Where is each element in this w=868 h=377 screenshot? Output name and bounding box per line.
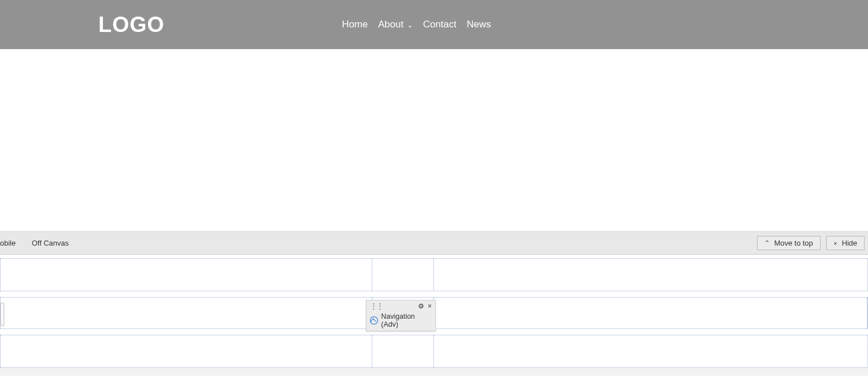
layout-cell[interactable] [1, 335, 372, 367]
element-popover: ⋮⋮ ⚙ × Navigation (Adv) [366, 300, 436, 331]
chevron-up-icon: ⌃ [765, 239, 770, 247]
nav-item-contact[interactable]: Contact [423, 19, 457, 30]
layout-row[interactable] [0, 335, 868, 368]
breakpoint-toolbar: obile Off Canvas ⌃ Move to top × Hide [0, 232, 868, 255]
site-logo[interactable]: LOGO [98, 13, 165, 37]
layout-canvas: ⋮⋮ ⚙ × Navigation (Adv) [0, 255, 868, 368]
layout-row[interactable]: ⋮⋮ ⚙ × Navigation (Adv) [0, 297, 868, 329]
site-header: LOGO Home About ⌄ Contact News [0, 0, 868, 49]
layout-cell[interactable] [1, 298, 372, 328]
nav-item-about[interactable]: About ⌄ [378, 19, 412, 30]
button-label: Move to top [774, 239, 813, 247]
close-icon[interactable]: × [428, 302, 432, 310]
primary-nav: Home About ⌄ Contact News [342, 19, 491, 30]
hide-button[interactable]: × Hide [826, 236, 865, 250]
drag-handle-icon[interactable]: ⋮⋮ [370, 302, 383, 310]
layout-cell[interactable] [1, 259, 372, 291]
move-to-top-button[interactable]: ⌃ Move to top [757, 236, 821, 250]
preview-area [0, 49, 868, 232]
breakpoint-tab-offcanvas[interactable]: Off Canvas [23, 239, 77, 247]
breakpoint-tab-mobile[interactable]: obile [0, 239, 23, 247]
nav-label: Contact [423, 19, 457, 30]
close-icon: × [834, 240, 837, 247]
nav-label: News [467, 19, 491, 30]
layout-cell[interactable] [434, 298, 867, 328]
chevron-down-icon: ⌄ [407, 21, 413, 29]
selected-element-stub[interactable] [1, 303, 4, 326]
button-label: Hide [842, 239, 857, 247]
layout-row[interactable] [0, 258, 868, 291]
breakpoint-tabs: obile Off Canvas [0, 239, 77, 247]
layout-cell[interactable] [372, 259, 434, 291]
nav-item-home[interactable]: Home [342, 19, 368, 30]
bottom-strip [0, 368, 868, 376]
layout-cell[interactable] [434, 259, 867, 291]
gear-icon[interactable]: ⚙ [418, 302, 424, 310]
element-label: Navigation (Adv) [381, 312, 432, 328]
nav-label: About [378, 19, 403, 30]
nav-label: Home [342, 19, 368, 30]
layout-cell[interactable] [434, 335, 867, 367]
nav-item-news[interactable]: News [467, 19, 491, 30]
element-type-icon [370, 316, 378, 324]
layout-cell[interactable] [372, 335, 434, 367]
